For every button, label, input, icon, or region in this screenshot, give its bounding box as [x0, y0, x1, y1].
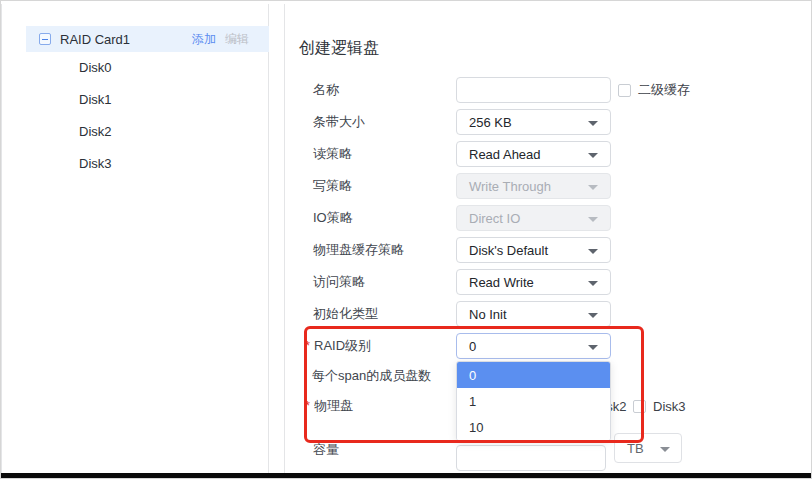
dropdown-option-10[interactable]: 10 — [457, 414, 610, 440]
io-policy-select: Direct IO — [456, 205, 611, 231]
chevron-down-icon — [588, 249, 598, 254]
access-policy-label: 访问策略 — [313, 273, 365, 291]
capacity-label: 容量 — [313, 441, 339, 459]
init-type-label: 初始化类型 — [313, 305, 378, 323]
bottom-border-bar — [1, 473, 811, 478]
add-link[interactable]: 添加 — [192, 31, 216, 48]
capacity-unit-select[interactable]: TB — [614, 433, 682, 463]
io-policy-label: IO策略 — [313, 209, 353, 227]
raid-level-select[interactable]: 0 — [456, 333, 611, 359]
disk3-checkbox-label: Disk3 — [653, 399, 686, 414]
dropdown-option-1[interactable]: 1 — [457, 388, 610, 414]
form-row-write-policy: 写策略 Write Through — [285, 173, 812, 199]
stripe-size-label: 条带大小 — [313, 113, 365, 131]
required-asterisk: * — [305, 338, 310, 353]
access-policy-select[interactable]: Read Write — [456, 269, 611, 295]
physical-disk-label-text: 物理盘 — [314, 398, 353, 413]
raid-card-label: RAID Card1 — [60, 32, 183, 47]
tree-node-raid-card[interactable]: RAID Card1 添加 编辑 — [26, 26, 269, 52]
collapse-minus-icon[interactable] — [39, 33, 51, 45]
read-policy-select[interactable]: Read Ahead — [456, 141, 611, 167]
disk3-checkbox[interactable] — [633, 400, 646, 413]
stripe-size-select[interactable]: 256 KB — [456, 109, 611, 135]
form-row-raid-level: *RAID级别 0 — [285, 333, 812, 359]
access-policy-value: Read Write — [469, 275, 534, 290]
chevron-down-icon — [588, 121, 598, 126]
stripe-size-value: 256 KB — [469, 115, 512, 130]
tree-node-disk1[interactable]: Disk1 — [26, 83, 269, 115]
form-row-init-type: 初始化类型 No Init — [285, 301, 812, 327]
screenshot-frame: RAID Card1 添加 编辑 Disk0 Disk1 Disk2 Disk3… — [0, 0, 812, 479]
form-row-io-policy: IO策略 Direct IO — [285, 205, 812, 231]
write-policy-label: 写策略 — [313, 177, 352, 195]
page-title: 创建逻辑盘 — [299, 38, 379, 59]
pd-cache-policy-select[interactable]: Disk's Default — [456, 237, 611, 263]
form-row-name: 名称 二级缓存 — [285, 77, 812, 103]
form-row-access-policy: 访问策略 Read Write — [285, 269, 812, 295]
tree-node-disk3[interactable]: Disk3 — [26, 147, 269, 179]
pd-cache-policy-label: 物理盘缓存策略 — [313, 241, 404, 259]
chevron-down-icon — [588, 313, 598, 318]
name-label: 名称 — [313, 81, 339, 99]
chevron-down-icon — [588, 345, 598, 350]
init-type-select[interactable]: No Init — [456, 301, 611, 327]
tree-node-disk2[interactable]: Disk2 — [26, 115, 269, 147]
tree-node-disk0[interactable]: Disk0 — [26, 51, 269, 83]
chevron-down-icon — [588, 185, 598, 190]
secondary-cache-option: 二级缓存 — [618, 77, 690, 103]
secondary-cache-checkbox[interactable] — [618, 84, 631, 97]
write-policy-select: Write Through — [456, 173, 611, 199]
form-row-stripe-size: 条带大小 256 KB — [285, 109, 812, 135]
read-policy-label: 读策略 — [313, 145, 352, 163]
write-policy-value: Write Through — [469, 179, 551, 194]
form-row-pd-cache-policy: 物理盘缓存策略 Disk's Default — [285, 237, 812, 263]
chevron-down-icon — [588, 153, 598, 158]
disk-list: Disk0 Disk1 Disk2 Disk3 — [26, 51, 269, 179]
raid-level-dropdown: 0 1 10 — [456, 361, 611, 441]
raid-level-label-text: RAID级别 — [314, 338, 371, 353]
init-type-value: No Init — [469, 307, 507, 322]
raid-level-label: *RAID级别 — [305, 337, 371, 355]
left-panel-left-border — [1, 4, 2, 473]
secondary-cache-label: 二级缓存 — [638, 81, 690, 99]
dropdown-option-0[interactable]: 0 — [457, 362, 610, 388]
disk3-option: Disk3 — [633, 393, 686, 419]
span-members-label: 每个span的成员盘数 — [312, 367, 431, 385]
name-input[interactable] — [456, 77, 611, 103]
io-policy-value: Direct IO — [469, 211, 520, 226]
chevron-down-icon — [588, 217, 598, 222]
physical-disk-label: *物理盘 — [305, 397, 353, 415]
chevron-down-icon — [588, 281, 598, 286]
capacity-input[interactable] — [456, 445, 606, 471]
capacity-unit-value: TB — [627, 441, 644, 456]
required-asterisk: * — [305, 398, 310, 413]
edit-link: 编辑 — [225, 31, 249, 48]
create-logical-disk-panel: 创建逻辑盘 名称 二级缓存 条带大小 256 KB 读策略 Read Ahead — [285, 1, 812, 475]
chevron-down-icon — [660, 447, 670, 452]
read-policy-value: Read Ahead — [469, 147, 541, 162]
raid-level-value: 0 — [469, 339, 476, 354]
form-row-read-policy: 读策略 Read Ahead — [285, 141, 812, 167]
pd-cache-policy-value: Disk's Default — [469, 243, 548, 258]
